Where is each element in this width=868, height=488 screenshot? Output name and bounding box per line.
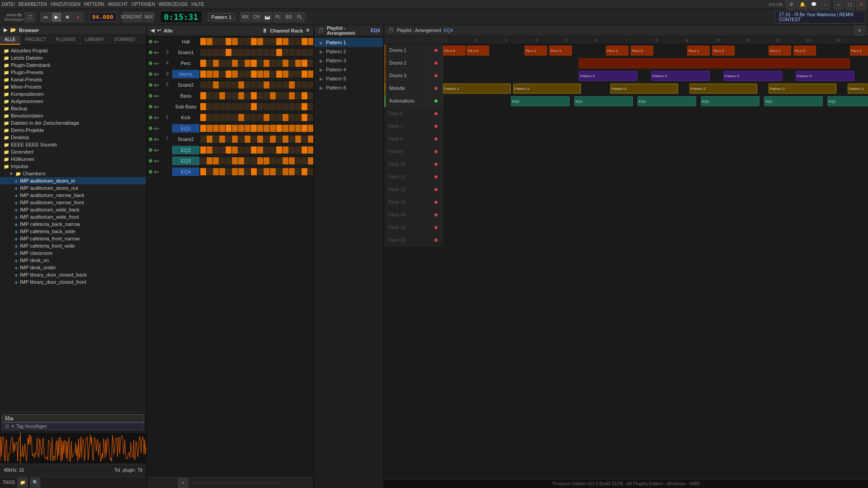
step-btn-12-0[interactable] [200, 168, 206, 175]
step-btn-6-3[interactable] [219, 103, 225, 110]
mixer-btn[interactable]: MX [241, 12, 250, 22]
seq-name-4[interactable]: Snare2 [172, 81, 199, 89]
step-btn-9-10[interactable] [264, 136, 269, 143]
tab-starred[interactable]: STARRED [109, 35, 140, 45]
arr-track-dot-7[interactable] [434, 137, 438, 141]
step-btn-3-13[interactable] [283, 70, 288, 78]
step-btn-0-7[interactable] [245, 38, 250, 45]
step-btn-0-1[interactable] [207, 38, 212, 45]
step-btn-6-6[interactable] [238, 103, 244, 110]
arr-track-dot-15[interactable] [434, 239, 438, 242]
arr-track-content-6[interactable] [443, 120, 868, 132]
step-btn-3-9[interactable] [257, 70, 263, 78]
seq-mute-1[interactable]: ◀ [153, 50, 156, 55]
step-btn-9-3[interactable] [219, 136, 225, 143]
step-btn-10-9[interactable] [257, 146, 263, 154]
seq-name-11[interactable]: EQ3 [172, 157, 199, 165]
step-btn-6-15[interactable] [295, 103, 301, 110]
arr-track-dot-6[interactable] [434, 125, 438, 128]
step-btn-8-12[interactable] [276, 125, 282, 132]
step-btn-9-17[interactable] [308, 136, 313, 143]
arr-track-content-0[interactable]: Pa.n 6 Pa.n 6 Pa.n 1 Pa.n 3 Pa.n 1 Pa.n … [443, 44, 868, 56]
arr-track-content-10[interactable] [443, 171, 868, 183]
tree-item-14[interactable]: 📁Gerendert [0, 148, 146, 155]
arr-block-0-3[interactable]: Pa.n 3 [549, 46, 572, 56]
step-btn-9-11[interactable] [270, 136, 276, 143]
step-btn-7-15[interactable] [295, 114, 301, 121]
step-btn-4-1[interactable] [207, 81, 212, 89]
step-btn-10-6[interactable] [238, 146, 244, 154]
arr-block-3-0[interactable]: Pattern 2 [443, 84, 511, 94]
seq-name-7[interactable]: Kick [172, 114, 199, 121]
step-btn-10-13[interactable] [283, 146, 288, 154]
step-btn-0-14[interactable] [289, 38, 295, 45]
step-btn-9-9[interactable] [257, 136, 263, 143]
step-btn-11-10[interactable] [264, 157, 269, 164]
arr-block-0-10[interactable]: Pa.n 1 [850, 46, 868, 56]
step-btn-4-11[interactable] [270, 81, 276, 89]
seq-name-6[interactable]: Sub Bass [172, 103, 199, 110]
toolbar-icon-3[interactable]: 💬 [809, 0, 819, 9]
step-btn-1-15[interactable] [295, 49, 301, 56]
arr-track-dot-13[interactable] [434, 213, 438, 216]
step-btn-2-3[interactable] [219, 60, 225, 67]
browser-expand-icon[interactable]: ▶ [4, 27, 7, 33]
arr-block-2-1[interactable]: Pattern 5 [651, 71, 710, 81]
step-btn-7-9[interactable] [257, 114, 263, 121]
step-btn-10-4[interactable] [226, 146, 231, 154]
step-btn-11-13[interactable] [283, 157, 288, 164]
step-btn-2-11[interactable] [270, 60, 276, 67]
step-btn-9-13[interactable] [283, 136, 288, 143]
step-btn-6-17[interactable] [308, 103, 313, 110]
step-btn-10-2[interactable] [213, 146, 219, 154]
step-btn-3-4[interactable] [226, 70, 231, 78]
arr-track-content-2[interactable]: Pattern 5 Pattern 5 Pattern 5 Pattern 5 [443, 70, 868, 82]
step-btn-11-14[interactable] [289, 157, 295, 164]
step-btn-8-6[interactable] [238, 125, 244, 132]
step-btn-4-3[interactable] [219, 81, 225, 89]
step-btn-6-1[interactable] [207, 103, 212, 110]
step-btn-4-6[interactable] [238, 81, 244, 89]
step-btn-0-16[interactable] [302, 38, 307, 45]
step-btn-10-14[interactable] [289, 146, 295, 154]
step-btn-1-1[interactable] [207, 49, 212, 56]
seq-active-dot-10[interactable] [149, 148, 152, 152]
menu-optionen[interactable]: OPTIONEN [132, 2, 155, 7]
step-btn-3-7[interactable] [245, 70, 250, 78]
arr-block-3-3[interactable]: Pattern 3 [689, 84, 757, 94]
arr-track-dot-4[interactable] [434, 99, 438, 103]
step-btn-5-5[interactable] [232, 92, 238, 99]
step-btn-5-17[interactable] [308, 92, 313, 99]
arr-block-0-6[interactable]: Pa.n 1 [687, 46, 710, 56]
tree-item-13[interactable]: 📁EEEE EEEE Sounds [0, 141, 146, 148]
step-btn-3-16[interactable] [302, 70, 307, 78]
toolbar-icon-1[interactable]: ⚙ [786, 0, 796, 9]
step-btn-5-9[interactable] [257, 92, 263, 99]
step-btn-7-0[interactable] [200, 114, 206, 121]
step-btn-6-16[interactable] [302, 103, 307, 110]
seq-vol-10[interactable]: ▸ [157, 148, 160, 152]
tree-file-26[interactable]: ◈IMP cafeteria_front_narrow [0, 235, 146, 242]
step-btn-0-5[interactable] [232, 38, 238, 45]
seq-vol-5[interactable]: ▸ [157, 94, 160, 98]
step-btn-0-0[interactable] [200, 38, 206, 45]
step-btn-2-14[interactable] [289, 60, 295, 67]
arr-block-0-4[interactable]: Pa.n 1 [606, 46, 628, 56]
step-btn-0-12[interactable] [276, 38, 282, 45]
toolbar-icon-2[interactable]: 🔔 [797, 0, 807, 9]
step-btn-9-16[interactable] [302, 136, 307, 143]
step-btn-3-8[interactable] [251, 70, 257, 78]
step-btn-9-1[interactable] [207, 136, 212, 143]
seq-active-dot-4[interactable] [149, 83, 152, 87]
step-btn-0-8[interactable] [251, 38, 257, 45]
step-btn-7-7[interactable] [245, 114, 250, 121]
arr-block-4-3[interactable]: EQ1 [701, 96, 760, 106]
step-btn-4-4[interactable] [226, 81, 231, 89]
step-btn-12-10[interactable] [264, 168, 269, 175]
step-btn-4-17[interactable] [308, 81, 313, 89]
file-label[interactable]: Tol [114, 468, 120, 473]
arr-track-content-14[interactable] [443, 221, 868, 234]
step-btn-11-1[interactable] [207, 157, 212, 164]
tree-file-19[interactable]: ◈IMP auditorium_doors_out [0, 184, 146, 192]
tree-item-2[interactable]: 📁Plugin-Datenbank [0, 61, 146, 69]
